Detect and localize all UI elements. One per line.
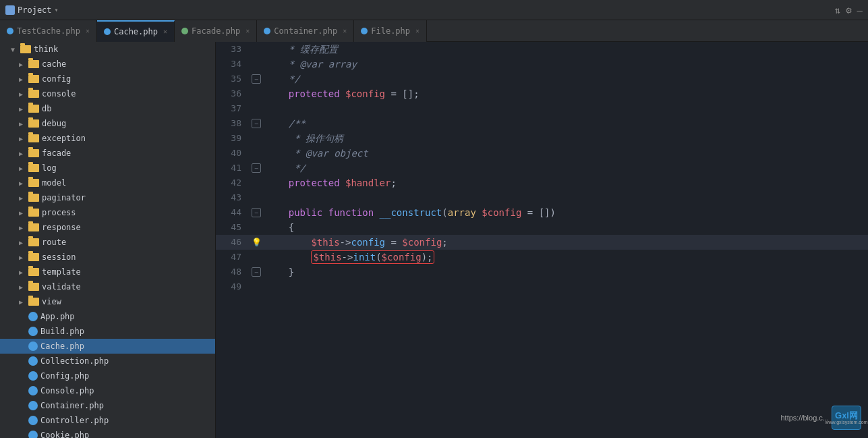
project-dropdown-icon[interactable]: ▾ bbox=[55, 6, 59, 13]
folder-icon bbox=[28, 60, 39, 68]
sidebar-item-collection-php[interactable]: Collection.php bbox=[0, 354, 215, 368]
gutter-44[interactable]: − bbox=[250, 205, 263, 220]
tab-close-cache[interactable]: ✕ bbox=[163, 28, 167, 35]
tab-icon-container bbox=[264, 28, 270, 34]
code-row-37: 37 bbox=[216, 101, 868, 116]
sidebar-item-console[interactable]: ▶ console bbox=[0, 86, 215, 101]
gutter-33 bbox=[250, 42, 263, 57]
sidebar-item-think[interactable]: ▼ think bbox=[0, 42, 215, 57]
sidebar-item-build-php[interactable]: Build.php bbox=[0, 324, 215, 339]
folder-icon bbox=[28, 194, 39, 202]
folder-icon bbox=[28, 268, 39, 276]
tab-cache[interactable]: Cache.php ✕ bbox=[97, 20, 175, 42]
folder-icon bbox=[20, 45, 31, 53]
gutter-45 bbox=[250, 220, 263, 235]
folder-icon bbox=[28, 164, 39, 172]
gutter-48[interactable]: − bbox=[250, 265, 263, 279]
sidebar-item-cookie-php[interactable]: Cookie.php bbox=[0, 428, 215, 438]
code-line-49 bbox=[263, 279, 868, 294]
tab-file[interactable]: File.php ✕ bbox=[354, 20, 427, 42]
watermark: https://blog.c... Gxl网 www.gxlsystem.com bbox=[780, 406, 861, 430]
sidebar-item-controller-php[interactable]: Controller.php bbox=[0, 413, 215, 428]
editor-area[interactable]: 33 * 缓存配置 34 * @var array 35 − */ 36 pro… bbox=[216, 42, 868, 438]
line-number-34: 34 bbox=[216, 57, 250, 72]
sidebar-item-validate[interactable]: ▶ validate bbox=[0, 279, 215, 294]
code-row-44: 44 − public function __construct(array $… bbox=[216, 205, 868, 220]
settings-icon[interactable]: ⚙ bbox=[846, 5, 851, 16]
sidebar-item-label: process bbox=[42, 208, 76, 217]
code-line-40: * @var object bbox=[263, 146, 868, 161]
tab-facade[interactable]: Facade.php ✕ bbox=[175, 20, 257, 42]
tab-testcache[interactable]: TestCache.php ✕ bbox=[0, 20, 97, 42]
arrow-icon: ▶ bbox=[19, 209, 28, 217]
sidebar-item-cache-php[interactable]: Cache.php bbox=[0, 339, 215, 354]
sidebar-item-label: model bbox=[42, 178, 66, 188]
sidebar-item-exception[interactable]: ▶ exception bbox=[0, 131, 215, 146]
code-row-43: 43 bbox=[216, 190, 868, 205]
code-row-33: 33 * 缓存配置 bbox=[216, 42, 868, 57]
fold-icon-38[interactable]: − bbox=[252, 119, 261, 128]
gutter-41[interactable]: − bbox=[250, 161, 263, 175]
watermark-logo-text: Gxl网 bbox=[835, 411, 858, 420]
tab-close-facade[interactable]: ✕ bbox=[245, 27, 250, 34]
tab-close-testcache[interactable]: ✕ bbox=[86, 27, 90, 34]
folder-icon bbox=[28, 209, 39, 217]
line-number-44: 44 bbox=[216, 205, 250, 220]
file-icon bbox=[28, 386, 38, 395]
project-title: Project bbox=[18, 5, 52, 15]
sidebar-item-model[interactable]: ▶ model bbox=[0, 175, 215, 190]
line-number-45: 45 bbox=[216, 220, 250, 235]
line-number-49: 49 bbox=[216, 279, 250, 294]
sidebar-item-label: Cache.php bbox=[40, 341, 84, 351]
code-line-35: */ bbox=[263, 72, 868, 86]
sidebar-item-process[interactable]: ▶ process bbox=[0, 205, 215, 220]
sidebar-item-route[interactable]: ▶ route bbox=[0, 235, 215, 250]
bulb-icon[interactable]: 💡 bbox=[252, 238, 262, 247]
arrow-icon: ▶ bbox=[19, 224, 28, 231]
folder-icon bbox=[28, 223, 39, 231]
fold-icon-41[interactable]: − bbox=[252, 163, 261, 173]
fold-icon-48[interactable]: − bbox=[252, 267, 261, 277]
tab-container[interactable]: Container.php ✕ bbox=[257, 20, 354, 42]
sidebar-item-db[interactable]: ▶ db bbox=[0, 101, 215, 116]
sidebar-item-cache[interactable]: ▶ cache bbox=[0, 57, 215, 72]
sidebar-item-view[interactable]: ▶ view bbox=[0, 294, 215, 309]
collapse-icon[interactable]: — bbox=[857, 5, 863, 16]
sidebar-item-log[interactable]: ▶ log bbox=[0, 161, 215, 175]
sidebar-item-config-php[interactable]: Config.php bbox=[0, 368, 215, 383]
sidebar-item-label: Controller.php bbox=[40, 416, 109, 425]
tab-bar: TestCache.php ✕ Cache.php ✕ Facade.php ✕… bbox=[0, 20, 868, 42]
sidebar-item-debug[interactable]: ▶ debug bbox=[0, 116, 215, 131]
sidebar-item-session[interactable]: ▶ session bbox=[0, 250, 215, 265]
sidebar-item-app-php[interactable]: App.php bbox=[0, 309, 215, 324]
watermark-logo-sub: www.gxlsystem.com bbox=[826, 420, 868, 425]
sidebar-item-label: paginator bbox=[42, 193, 86, 202]
sidebar-item-config[interactable]: ▶ config bbox=[0, 72, 215, 86]
watermark-url: https://blog.c... bbox=[780, 414, 829, 422]
gutter-38[interactable]: − bbox=[250, 116, 263, 131]
tab-close-file[interactable]: ✕ bbox=[415, 27, 419, 34]
arrow-icon: ▶ bbox=[19, 180, 28, 187]
code-row-48: 48 − } bbox=[216, 265, 868, 279]
sidebar-item-label: cache bbox=[42, 59, 66, 69]
transfer-icon[interactable]: ⇅ bbox=[835, 5, 840, 16]
gutter-35[interactable]: − bbox=[250, 72, 263, 86]
sidebar-item-response[interactable]: ▶ response bbox=[0, 220, 215, 235]
arrow-icon: ▶ bbox=[19, 135, 28, 142]
gutter-49 bbox=[250, 279, 263, 294]
sidebar-item-paginator[interactable]: ▶ paginator bbox=[0, 190, 215, 205]
fold-icon-44[interactable]: − bbox=[252, 208, 261, 217]
code-line-47: $this->init($config); bbox=[263, 250, 868, 265]
fold-icon-35[interactable]: − bbox=[252, 74, 261, 84]
line-number-43: 43 bbox=[216, 190, 250, 205]
arrow-icon: ▼ bbox=[11, 46, 20, 53]
sidebar-item-console-php[interactable]: Console.php bbox=[0, 383, 215, 398]
sidebar-item-template[interactable]: ▶ template bbox=[0, 265, 215, 279]
line-number-42: 42 bbox=[216, 175, 250, 190]
tab-close-container[interactable]: ✕ bbox=[343, 27, 347, 34]
gutter-46[interactable]: 💡 bbox=[250, 235, 263, 250]
folder-icon bbox=[28, 253, 39, 261]
sidebar-item-label: log bbox=[42, 163, 57, 173]
sidebar-item-facade[interactable]: ▶ facade bbox=[0, 146, 215, 161]
sidebar-item-container-php[interactable]: Container.php bbox=[0, 398, 215, 413]
